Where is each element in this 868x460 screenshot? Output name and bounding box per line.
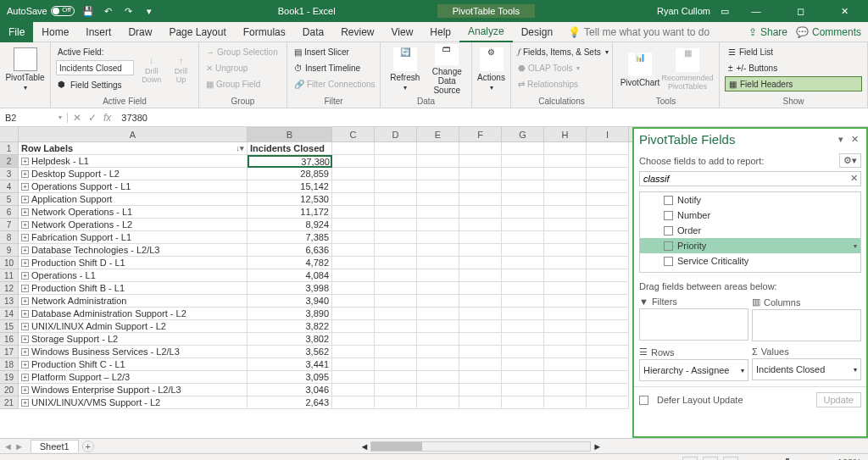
menu-help[interactable]: Help	[421, 22, 459, 42]
expand-icon[interactable]: +	[21, 158, 29, 165]
columns-area[interactable]	[752, 309, 861, 341]
row-header-14[interactable]: 14	[0, 308, 19, 320]
zoom-level[interactable]: 100%	[837, 457, 861, 461]
name-box[interactable]: B2▾	[0, 113, 68, 123]
expand-icon[interactable]: +	[21, 272, 29, 280]
row-header-19[interactable]: 19	[0, 371, 19, 384]
maximize-button[interactable]: ◻	[783, 0, 817, 22]
scroll-right-icon[interactable]: ►	[593, 441, 602, 452]
page-layout-view-icon[interactable]: ▤	[703, 457, 718, 461]
cell-A1[interactable]: Row Labels↓▾	[19, 142, 248, 155]
row-header-13[interactable]: 13	[0, 295, 19, 308]
row-header-12[interactable]: 12	[0, 282, 19, 295]
cell-B17[interactable]: 3,562	[248, 346, 332, 358]
col-header-B[interactable]: B	[248, 127, 332, 141]
expand-icon[interactable]: +	[21, 221, 29, 229]
horizontal-scrollbar[interactable]	[370, 441, 591, 452]
expand-icon[interactable]: +	[21, 183, 29, 191]
cell-B7[interactable]: 8,924	[248, 219, 332, 231]
menu-analyze[interactable]: Analyze	[459, 22, 513, 42]
expand-icon[interactable]: +	[21, 335, 29, 343]
cell-B15[interactable]: 3,822	[248, 320, 332, 333]
filters-area[interactable]	[639, 308, 748, 341]
col-header-A[interactable]: A	[19, 127, 248, 141]
cell-A2[interactable]: +Helpdesk - L1	[19, 155, 248, 168]
field-item-order[interactable]: Order	[640, 223, 860, 238]
cell-A19[interactable]: +Platform Support – L2/3	[19, 371, 248, 384]
cell-A17[interactable]: +Windows Business Services - L2/L3	[19, 346, 248, 358]
menu-data[interactable]: Data	[294, 22, 332, 42]
expand-icon[interactable]: +	[21, 310, 29, 318]
pane-close-icon[interactable]: ✕	[848, 134, 861, 145]
plus-minus-toggle[interactable]: ±+/- Buttons	[725, 60, 862, 75]
menu-formulas[interactable]: Formulas	[235, 22, 294, 42]
menu-page-layout[interactable]: Page Layout	[160, 22, 234, 42]
row-header-16[interactable]: 16	[0, 333, 19, 346]
expand-icon[interactable]: +	[21, 170, 29, 178]
redo-icon[interactable]: ↷	[122, 4, 136, 18]
values-area[interactable]: Incidents Closed▾	[752, 358, 861, 380]
formula-input[interactable]: 37380	[116, 113, 868, 123]
field-headers-toggle[interactable]: ▦Field Headers	[725, 76, 862, 91]
field-settings-button[interactable]: ⬢Field Settings	[56, 77, 134, 92]
cell-A14[interactable]: +Database Administration Support - L2	[19, 308, 248, 320]
cell-B20[interactable]: 3,046	[248, 384, 332, 396]
field-checkbox[interactable]	[664, 257, 673, 266]
cell-A21[interactable]: +UNIX/LINUX/VMS Support - L2	[19, 396, 248, 409]
expand-icon[interactable]: +	[21, 399, 29, 407]
cell-B12[interactable]: 3,998	[248, 282, 332, 295]
field-dropdown-icon[interactable]: ▾	[854, 242, 857, 250]
normal-view-icon[interactable]: ▦	[682, 457, 698, 461]
cell-B4[interactable]: 15,142	[248, 180, 332, 193]
field-item-number[interactable]: Number	[640, 208, 860, 223]
comments-button[interactable]: 💬Comments	[796, 26, 861, 38]
cell-B19[interactable]: 3,095	[248, 371, 332, 384]
undo-icon[interactable]: ↶	[102, 4, 115, 18]
active-field-value[interactable]: Incidents Closed	[56, 60, 134, 75]
share-button[interactable]: ⇪Share	[748, 26, 787, 38]
cell-A12[interactable]: +Production Shift B - L1	[19, 282, 248, 295]
expand-icon[interactable]: +	[21, 374, 29, 381]
row-header-6[interactable]: 6	[0, 206, 19, 219]
cell-B14[interactable]: 3,890	[248, 308, 332, 320]
refresh-button[interactable]: 🔄Refresh▾	[386, 44, 425, 95]
cell-B13[interactable]: 3,940	[248, 295, 332, 308]
enter-icon[interactable]: ✓	[88, 112, 97, 124]
field-item-service-criticality[interactable]: Service Criticality	[640, 253, 860, 269]
row-header-2[interactable]: 2	[0, 155, 19, 168]
row-header-18[interactable]: 18	[0, 358, 19, 371]
row-header-8[interactable]: 8	[0, 231, 19, 244]
cell-A16[interactable]: +Storage Support - L2	[19, 333, 248, 346]
cell-A18[interactable]: +Production Shift C - L1	[19, 358, 248, 371]
add-sheet-button[interactable]: +	[82, 441, 94, 452]
menu-design[interactable]: Design	[513, 22, 561, 42]
pivotchart-button[interactable]: 📊PivotChart	[618, 44, 662, 95]
cell-B6[interactable]: 11,172	[248, 206, 332, 219]
row-header-21[interactable]: 21	[0, 396, 19, 409]
cell-A6[interactable]: +Network Operations - L1	[19, 206, 248, 219]
expand-icon[interactable]: +	[21, 386, 29, 394]
cell-A8[interactable]: +Fabrication Support - L1	[19, 231, 248, 244]
cell-A5[interactable]: +Application Support	[19, 193, 248, 206]
col-header-C[interactable]: C	[332, 127, 375, 141]
cell-B5[interactable]: 12,530	[248, 193, 332, 206]
fields-items-sets-button[interactable]: 𝑓Fields, Items, & Sets▾	[516, 44, 610, 59]
row-header-10[interactable]: 10	[0, 257, 19, 269]
change-data-source-button[interactable]: 🗃Change Data Source	[428, 44, 467, 95]
row-header-17[interactable]: 17	[0, 346, 19, 358]
cell-A20[interactable]: +Windows Enterprise Support - L2/L3	[19, 384, 248, 396]
cell-B21[interactable]: 2,643	[248, 396, 332, 409]
row-header-9[interactable]: 9	[0, 244, 19, 257]
menu-review[interactable]: Review	[332, 22, 382, 42]
tell-me-search[interactable]: 💡 Tell me what you want to do	[568, 26, 748, 38]
cell-B10[interactable]: 4,782	[248, 257, 332, 269]
cell-B2[interactable]: 37,380	[248, 155, 332, 168]
autosave-toggle[interactable]: AutoSave Off	[7, 6, 75, 16]
col-header-D[interactable]: D	[375, 127, 417, 141]
expand-icon[interactable]: +	[21, 259, 29, 267]
expand-icon[interactable]: +	[21, 208, 29, 216]
cell-B9[interactable]: 6,636	[248, 244, 332, 257]
cell-A11[interactable]: +Operations - L1	[19, 269, 248, 282]
row-header-1[interactable]: 1	[0, 142, 19, 155]
row-header-15[interactable]: 15	[0, 320, 19, 333]
